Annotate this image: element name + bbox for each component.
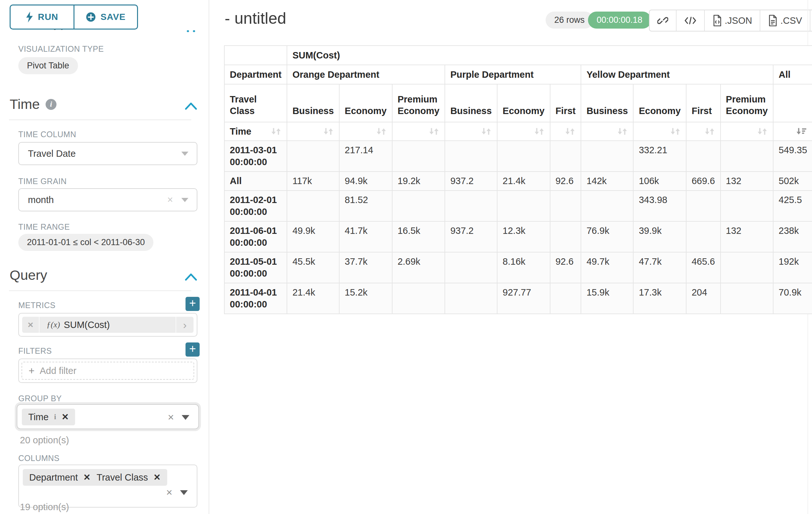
columns-tag[interactable]: Department ✕ xyxy=(23,469,97,486)
run-button[interactable]: RUN xyxy=(10,5,74,29)
metric-name: SUM(Cost) xyxy=(64,320,110,330)
expand-metric-icon[interactable]: › xyxy=(176,317,194,333)
sort-icon[interactable] xyxy=(670,126,681,137)
filters-control: + Add filter xyxy=(18,358,197,383)
visualization-type-value[interactable]: Pivot Table xyxy=(18,57,78,74)
sort-column-cell[interactable] xyxy=(773,122,812,141)
sort-icon[interactable] xyxy=(757,126,768,137)
remove-tag-icon[interactable]: ✕ xyxy=(62,412,69,422)
cell: 12.3k xyxy=(497,221,550,252)
copy-link-button[interactable] xyxy=(649,10,676,31)
more-options-button[interactable] xyxy=(810,10,812,31)
time-range-value[interactable]: 2011-01-01 ≤ col < 2011-06-30 xyxy=(18,234,153,251)
save-button[interactable]: SAVE xyxy=(74,5,137,29)
sort-column-cell[interactable] xyxy=(445,122,497,141)
chevron-up-icon xyxy=(187,30,189,32)
add-metric-button[interactable]: + xyxy=(185,297,200,311)
sort-icon[interactable] xyxy=(481,126,492,137)
cell: 502k xyxy=(773,171,812,190)
cell: 92.6 xyxy=(550,252,581,283)
sort-icon[interactable] xyxy=(704,126,715,137)
columns-select[interactable]: Department ✕ Travel Class ✕ × xyxy=(18,464,197,508)
export-csv-label: .CSV xyxy=(780,16,802,26)
cell: 192k xyxy=(773,252,812,283)
add-filter-placeholder: Add filter xyxy=(40,366,77,376)
time-grain-select[interactable]: month × xyxy=(18,188,197,211)
chart-title[interactable]: - untitled xyxy=(225,9,286,28)
add-filter-button[interactable]: + xyxy=(185,343,200,357)
sort-column-cell[interactable] xyxy=(581,122,633,141)
cell: 106k xyxy=(633,171,686,190)
time-column-select[interactable]: Travel Date xyxy=(18,142,197,165)
clear-icon[interactable]: × xyxy=(167,194,173,206)
row-header: 2011-02-0100:00:00 xyxy=(224,190,287,221)
cell: 937.2 xyxy=(445,171,497,190)
cell: 21.4k xyxy=(497,171,550,190)
row-dim2-label: Travel Class xyxy=(224,84,287,122)
cell xyxy=(686,221,721,252)
group-by-select[interactable]: Time i ✕ × xyxy=(17,404,199,429)
row-header: 2011-05-0100:00:00 xyxy=(224,252,287,283)
caret-down-icon[interactable] xyxy=(180,490,188,495)
file-json-icon xyxy=(713,15,722,26)
cell: 669.6 xyxy=(686,171,721,190)
column-header: Business xyxy=(581,84,633,122)
plus-circle-icon xyxy=(86,12,96,22)
sort-icon[interactable] xyxy=(564,126,576,137)
caret-down-icon[interactable] xyxy=(182,415,190,420)
sort-desc-active-icon[interactable] xyxy=(796,126,807,137)
time-section-header[interactable]: Time i xyxy=(10,97,57,112)
collapse-chevron-icon[interactable] xyxy=(185,102,197,110)
clear-icon[interactable]: × xyxy=(166,486,172,498)
visualization-type-label: VISUALIZATION TYPE xyxy=(18,44,104,54)
column-header: First xyxy=(686,84,721,122)
export-csv-button[interactable]: .CSV xyxy=(760,10,810,31)
sort-column-cell[interactable] xyxy=(721,122,774,141)
export-json-button[interactable]: .JSON xyxy=(704,10,760,31)
add-filter-dropzone[interactable]: + Add filter xyxy=(22,362,194,380)
cell xyxy=(392,190,445,221)
query-section-header[interactable]: Query xyxy=(10,267,47,283)
sort-column-cell[interactable] xyxy=(497,122,550,141)
sort-column-cell[interactable] xyxy=(287,122,339,141)
sort-icon[interactable] xyxy=(376,126,387,137)
cell: 465.6 xyxy=(686,252,721,283)
cell: 45.5k xyxy=(287,252,339,283)
cell: 15.2k xyxy=(339,283,392,314)
metric-item[interactable]: × ƒ(x) SUM(Cost) › xyxy=(22,317,194,333)
cell: 37.7k xyxy=(339,252,392,283)
sort-column-cell[interactable] xyxy=(550,122,581,141)
sort-icon[interactable] xyxy=(429,126,439,137)
sort-column-cell[interactable] xyxy=(392,122,445,141)
sort-column-cell[interactable] xyxy=(339,122,392,141)
columns-options-hint: 19 option(s) xyxy=(20,502,69,512)
remove-metric-icon[interactable]: × xyxy=(22,317,39,333)
info-icon: i xyxy=(46,99,57,110)
query-section-title: Query xyxy=(10,267,47,283)
sort-column-cell[interactable] xyxy=(686,122,721,141)
column-group-header: Yellow Department xyxy=(581,65,773,84)
sort-icon[interactable] xyxy=(534,126,545,137)
cell: 238k xyxy=(773,221,812,252)
column-header: Business xyxy=(445,84,497,122)
column-header: Business xyxy=(287,84,339,122)
embed-code-button[interactable] xyxy=(676,10,704,31)
columns-tag[interactable]: Travel Class ✕ xyxy=(90,469,167,486)
collapse-chevron-icon[interactable] xyxy=(185,273,197,281)
sort-icon[interactable] xyxy=(323,126,334,137)
sort-column-cell[interactable] xyxy=(633,122,686,141)
time-row-header[interactable]: Time xyxy=(224,122,287,141)
bolt-icon xyxy=(26,11,33,23)
cell: 47.7k xyxy=(633,252,686,283)
cell: 70.9k xyxy=(773,283,812,314)
sort-icon[interactable] xyxy=(617,126,628,137)
sort-icon[interactable] xyxy=(270,126,282,137)
remove-tag-icon[interactable]: ✕ xyxy=(83,472,91,483)
group-by-tag[interactable]: Time i ✕ xyxy=(22,409,75,425)
metrics-label: METRICS xyxy=(18,301,56,310)
row-dim-label: Department xyxy=(224,65,287,84)
clear-icon[interactable]: × xyxy=(168,411,174,424)
column-group-header: All xyxy=(773,65,812,84)
column-header: Economy xyxy=(339,84,392,122)
remove-tag-icon[interactable]: ✕ xyxy=(153,472,161,483)
